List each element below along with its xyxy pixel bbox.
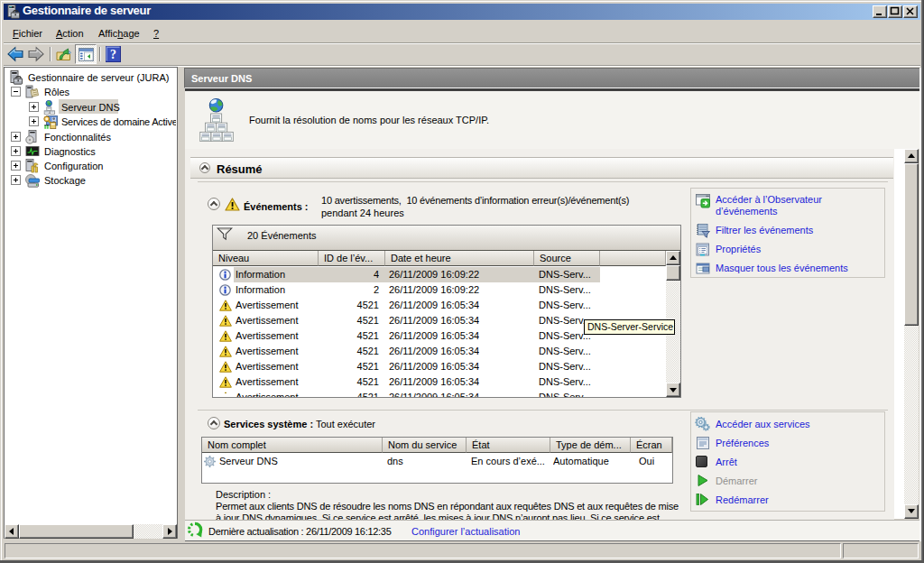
svg-text:?: ? <box>110 48 116 61</box>
